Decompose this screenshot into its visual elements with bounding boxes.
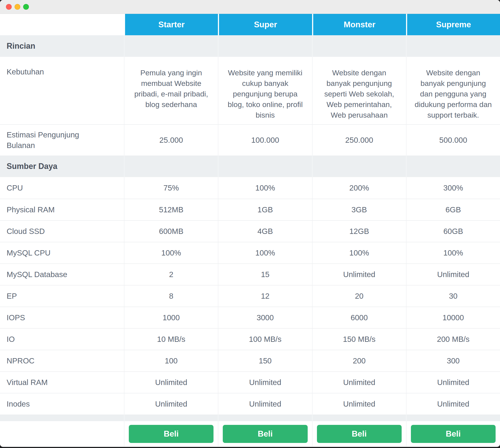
row-mysql-database: MySQL Database 2 15 Unlimited Unlimited [0,263,500,285]
cell-value: 8 [124,285,218,307]
cell-value: 200% [312,177,406,199]
row-ep: EP 8 12 20 30 [0,285,500,307]
kebutuhan-value-supreme: Website dengan banyak pengunjung dan pen… [406,57,500,124]
row-virtual-ram: Virtual RAM Unlimited Unlimited Unlimite… [0,371,500,393]
row-io: IO 10 MB/s 100 MB/s 150 MB/s 200 MB/s [0,328,500,350]
section-band-sumber-daya: Sumber Daya [0,156,500,177]
cell-value: Unlimited [124,393,218,415]
footer-corner-cell [0,421,124,447]
footer-separator-band [0,415,500,421]
cell-value: 200 [312,350,406,371]
cell-value: 100 [124,350,218,371]
cell-value: 6GB [406,199,500,220]
cell-value: Unlimited [312,263,406,285]
cell-value: 100% [312,242,406,263]
cell-value: 1GB [218,199,312,220]
section-band-rincian: Rincian [0,35,500,57]
traffic-light-zoom-button[interactable] [23,4,29,10]
row-kebutuhan: Kebutuhan Pemula yang ingin membuat Webs… [0,57,500,124]
row-label-estimasi: Estimasi Pengunjung Bulanan [0,124,124,156]
band-cell [218,415,312,421]
buy-button-monster[interactable]: Beli [317,425,402,443]
band-cell [124,156,218,177]
cell-value: Unlimited [312,393,406,415]
band-cell [218,156,312,177]
cell-value: 300 [406,350,500,371]
cell-value: 100% [406,242,500,263]
buy-button-row: Beli Beli Beli Beli [0,421,500,447]
row-label: Cloud SSD [0,220,124,242]
row-label: Physical RAM [0,199,124,220]
cell-value: 100 MB/s [218,328,312,350]
footer-cell-super: Beli [218,421,312,447]
row-iops: IOPS 1000 3000 6000 10000 [0,307,500,328]
section-title-sumber-daya: Sumber Daya [0,156,124,177]
cell-value: 30 [406,285,500,307]
plan-header-monster: Monster [312,14,406,35]
cell-value: 10000 [406,307,500,328]
row-label: Inodes [0,393,124,415]
plan-description: Website yang memiliki cukup banyak pengu… [218,67,312,120]
plan-header-row: Starter Super Monster Supreme [0,14,500,35]
footer-cell-supreme: Beli [406,421,500,447]
row-label: CPU [0,177,124,199]
cell-value: 3000 [218,307,312,328]
band-cell [124,35,218,57]
band-cell [0,415,124,421]
traffic-light-minimize-button[interactable] [15,4,20,10]
estimasi-value-starter: 25.000 [124,124,218,156]
row-cpu: CPU 75% 100% 200% 300% [0,177,500,199]
cell-value: Unlimited [218,393,312,415]
cell-value: 100% [218,177,312,199]
row-label: NPROC [0,350,124,371]
band-cell [312,415,406,421]
buy-button-super[interactable]: Beli [223,425,308,443]
plan-header-supreme: Supreme [406,14,500,35]
cell-value: 100% [124,242,218,263]
cell-value: 512MB [124,199,218,220]
cell-value: 12 [218,285,312,307]
plan-header-super: Super [218,14,312,35]
row-label: Virtual RAM [0,371,124,393]
footer-cell-starter: Beli [124,421,218,447]
cell-value: Unlimited [406,393,500,415]
plan-header-starter: Starter [124,14,218,35]
row-physical-ram: Physical RAM 512MB 1GB 3GB 6GB [0,199,500,220]
row-label-text: Estimasi Pengunjung Bulanan [7,129,102,151]
cell-value: 15 [218,263,312,285]
plan-description: Website dengan banyak pengunjung seperti… [312,67,406,120]
cell-value: 60GB [406,220,500,242]
row-label-kebutuhan: Kebutuhan [0,57,124,124]
band-cell [406,415,500,421]
window-title-bar [0,0,500,14]
section-title-rincian: Rincian [0,35,124,57]
cell-value: 4GB [218,220,312,242]
band-cell [312,156,406,177]
app-window: Starter Super Monster Supreme Rincian Ke… [0,0,500,447]
row-label: MySQL CPU [0,242,124,263]
kebutuhan-value-starter: Pemula yang ingin membuat Website pribad… [124,57,218,124]
header-corner-cell [0,14,124,35]
band-cell [406,156,500,177]
row-cloud-ssd: Cloud SSD 600MB 4GB 12GB 60GB [0,220,500,242]
traffic-light-close-button[interactable] [6,4,12,10]
buy-button-supreme[interactable]: Beli [411,425,496,443]
plan-description: Website dengan banyak pengunjung dan pen… [407,67,500,120]
cell-value: 6000 [312,307,406,328]
cell-value: 150 [218,350,312,371]
buy-button-starter[interactable]: Beli [129,425,213,443]
cell-value: 12GB [312,220,406,242]
cell-value: Unlimited [124,371,218,393]
cell-value: Unlimited [312,371,406,393]
row-mysql-cpu: MySQL CPU 100% 100% 100% 100% [0,242,500,263]
row-label: MySQL Database [0,263,124,285]
estimasi-value-monster: 250.000 [312,124,406,156]
row-inodes: Inodes Unlimited Unlimited Unlimited Unl… [0,393,500,415]
kebutuhan-value-super: Website yang memiliki cukup banyak pengu… [218,57,312,124]
plan-description: Pemula yang ingin membuat Website pribad… [124,67,218,110]
band-cell [406,35,500,57]
cell-value: 10 MB/s [124,328,218,350]
row-label: IO [0,328,124,350]
cell-value: 1000 [124,307,218,328]
cell-value: 20 [312,285,406,307]
